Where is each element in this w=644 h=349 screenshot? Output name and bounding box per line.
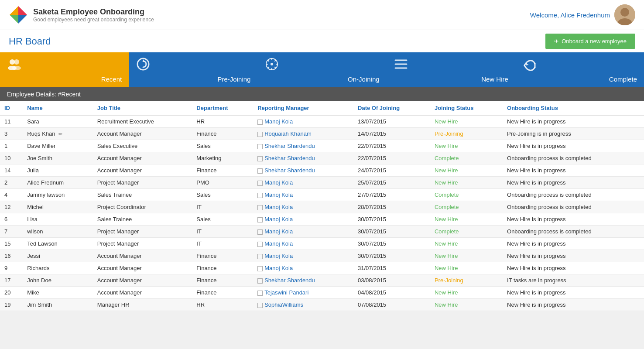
manager-link[interactable]: Shekhar Shardendu xyxy=(264,155,315,161)
cell-name: Dave Miller xyxy=(23,140,93,152)
cell-name: Richards xyxy=(23,262,93,274)
joining-status-link[interactable]: New Hire xyxy=(435,253,458,259)
cell-joining-status: New Hire xyxy=(430,140,503,152)
joining-status-link[interactable]: Pre-Joining xyxy=(435,130,463,137)
joining-status-link[interactable]: Complete xyxy=(435,155,459,161)
joining-status-link[interactable]: Complete xyxy=(435,204,459,210)
manager-checkbox[interactable] xyxy=(257,144,263,149)
cell-id: 17 xyxy=(0,274,23,287)
tab-recent[interactable]: Recent xyxy=(0,52,129,87)
cell-onboarding-status: New Hire is in progress xyxy=(503,262,644,274)
cell-name: wilson xyxy=(23,226,93,238)
cell-name: Michel xyxy=(23,201,93,213)
manager-checkbox[interactable] xyxy=(257,278,263,284)
manager-link[interactable]: SophiaWilliams xyxy=(264,301,303,308)
cell-onboarding-status: New Hire is in progress xyxy=(503,164,644,177)
cell-department: Finance xyxy=(192,128,253,140)
cell-job-title: Account Manager xyxy=(93,250,192,262)
manager-checkbox[interactable] xyxy=(257,254,263,259)
cell-doj: 22/07/2015 xyxy=(353,152,430,164)
new-hire-icon xyxy=(394,57,408,75)
cell-onboarding-status: New Hire is in progress xyxy=(503,140,644,152)
cell-doj: 24/07/2015 xyxy=(353,164,430,177)
manager-link[interactable]: Shekhar Shardendu xyxy=(264,143,315,149)
tab-new-hire[interactable]: New Hire xyxy=(387,52,515,87)
cell-joining-status: New Hire xyxy=(430,262,503,274)
app-subtitle: Good employees need great onboarding exp… xyxy=(33,17,154,23)
manager-checkbox[interactable] xyxy=(257,229,263,235)
joining-status-link[interactable]: New Hire xyxy=(435,179,458,186)
manager-checkbox[interactable] xyxy=(257,266,263,271)
cell-id: 14 xyxy=(0,164,23,177)
onboard-button[interactable]: ✈ Onboard a new employee xyxy=(545,34,635,49)
cell-department: Sales xyxy=(192,213,253,226)
joining-status-link[interactable]: New Hire xyxy=(435,167,458,174)
cell-onboarding-status: New Hire is in progress xyxy=(503,238,644,250)
manager-link[interactable]: Tejaswini Pandari xyxy=(264,289,308,296)
manager-link[interactable]: Shekhar Shardendu xyxy=(264,277,315,284)
manager-checkbox[interactable] xyxy=(257,205,263,210)
cell-id: 12 xyxy=(0,201,23,213)
manager-link[interactable]: Manoj Kola xyxy=(264,253,293,259)
app-logo xyxy=(9,5,28,24)
cell-doj: 30/07/2015 xyxy=(353,226,430,238)
manager-link[interactable]: Shekhar Shardendu xyxy=(264,167,315,174)
joining-status-link[interactable]: New Hire xyxy=(435,265,458,271)
cell-job-title: Sales Trainee xyxy=(93,189,192,201)
manager-link[interactable]: Manoj Kola xyxy=(264,179,293,186)
manager-link[interactable]: Manoj Kola xyxy=(264,118,293,125)
edit-icon[interactable]: ✏ xyxy=(58,131,62,137)
cell-onboarding-status: New Hire is in progress xyxy=(503,250,644,262)
manager-checkbox[interactable] xyxy=(257,120,263,125)
manager-link[interactable]: Manoj Kola xyxy=(264,228,293,235)
joining-status-link[interactable]: Complete xyxy=(435,228,459,235)
table-row: 19 Jim Smith Manager HR HR SophiaWilliam… xyxy=(0,299,644,311)
manager-checkbox[interactable] xyxy=(257,303,263,308)
cell-joining-status: Complete xyxy=(430,189,503,201)
cell-manager: Manoj Kola xyxy=(253,189,353,201)
cell-department: PMO xyxy=(192,177,253,189)
tab-recent-label: Recent xyxy=(101,75,122,83)
cell-manager: Manoj Kola xyxy=(253,238,353,250)
manager-checkbox[interactable] xyxy=(257,168,263,174)
joining-status-link[interactable]: New Hire xyxy=(435,216,458,222)
table-row: 3 Ruqs Khan ✏ Account Manager Finance Ro… xyxy=(0,128,644,140)
manager-checkbox[interactable] xyxy=(257,193,263,198)
manager-checkbox[interactable] xyxy=(257,291,263,296)
manager-checkbox[interactable] xyxy=(257,132,263,137)
cell-job-title: Account Manager xyxy=(93,274,192,287)
cell-id: 9 xyxy=(0,262,23,274)
tab-pre-joining[interactable]: Pre-Joining xyxy=(129,52,257,87)
section-title: Employee Details: #Recent xyxy=(7,91,81,98)
manager-link[interactable]: Manoj Kola xyxy=(264,204,293,210)
manager-link[interactable]: Manoj Kola xyxy=(264,216,293,222)
manager-checkbox[interactable] xyxy=(257,242,263,247)
onboard-plane-icon: ✈ xyxy=(554,38,559,44)
joining-status-link[interactable]: Complete xyxy=(435,192,459,198)
manager-checkbox[interactable] xyxy=(257,181,263,186)
joining-status-link[interactable]: Pre-Joining xyxy=(435,277,463,284)
manager-link[interactable]: Manoj Kola xyxy=(264,192,293,198)
cell-department: IT xyxy=(192,201,253,213)
svg-point-9 xyxy=(14,59,19,65)
manager-link[interactable]: Manoj Kola xyxy=(264,265,293,271)
joining-status-link[interactable]: New Hire xyxy=(435,301,458,308)
cell-doj: 28/07/2015 xyxy=(353,201,430,213)
manager-link[interactable]: Roquaiah Khanam xyxy=(264,130,312,137)
cell-job-title: Project Manager xyxy=(93,177,192,189)
tab-complete[interactable]: Complete xyxy=(515,52,644,87)
manager-checkbox[interactable] xyxy=(257,217,263,222)
cell-doj: 27/07/2015 xyxy=(353,189,430,201)
cell-manager: Roquaiah Khanam xyxy=(253,128,353,140)
joining-status-link[interactable]: New Hire xyxy=(435,118,458,125)
cell-job-title: Account Manager xyxy=(93,164,192,177)
joining-status-link[interactable]: New Hire xyxy=(435,289,458,296)
cell-name: Sara xyxy=(23,115,93,128)
manager-checkbox[interactable] xyxy=(257,156,263,161)
joining-status-link[interactable]: New Hire xyxy=(435,143,458,149)
tab-cards: Recent Pre-Joining xyxy=(0,52,644,87)
tab-on-joining[interactable]: On-Joining xyxy=(257,52,386,87)
joining-status-link[interactable]: New Hire xyxy=(435,240,458,247)
manager-link[interactable]: Manoj Kola xyxy=(264,240,293,247)
cell-id: 6 xyxy=(0,213,23,226)
